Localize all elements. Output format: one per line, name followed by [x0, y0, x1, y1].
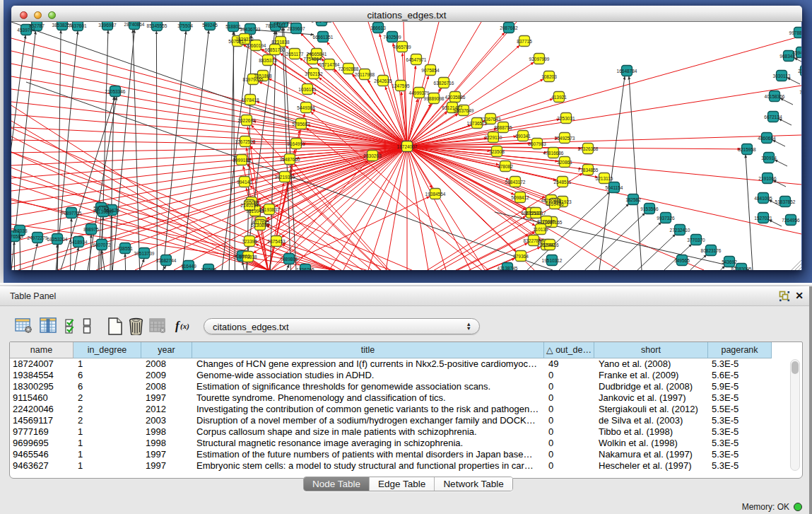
svg-text:9937326: 9937326 [657, 216, 675, 221]
svg-text:42138745: 42138745 [498, 266, 518, 271]
svg-text:20117988: 20117988 [355, 72, 375, 77]
svg-text:16648784: 16648784 [617, 69, 637, 74]
svg-text:2839607: 2839607 [287, 26, 305, 31]
svg-text:5130808: 5130808 [251, 223, 269, 228]
svg-text:9075854: 9075854 [421, 68, 440, 73]
svg-text:40158366: 40158366 [765, 94, 785, 99]
svg-text:1247595: 1247595 [392, 83, 410, 88]
svg-text:1036161: 1036161 [298, 87, 317, 92]
svg-text:679364: 679364 [513, 254, 529, 259]
svg-text:837715: 837715 [517, 39, 532, 44]
svg-text:2140194: 2140194 [240, 203, 259, 208]
svg-text:21053346: 21053346 [105, 89, 126, 94]
svg-text:378082: 378082 [498, 164, 513, 169]
svg-text:39436733: 39436733 [240, 27, 261, 32]
svg-text:7637601: 7637601 [69, 23, 87, 28]
svg-text:2651177: 2651177 [286, 52, 304, 57]
svg-text:8231838: 8231838 [271, 40, 290, 45]
svg-text:27232410: 27232410 [670, 228, 690, 233]
svg-text:3770370: 3770370 [687, 238, 705, 243]
svg-text:44999379: 44999379 [409, 90, 430, 95]
svg-text:3351868: 3351868 [254, 74, 272, 78]
svg-text:5098412: 5098412 [511, 195, 529, 200]
svg-text:7194416: 7194416 [541, 243, 559, 247]
svg-text:723398: 723398 [242, 239, 257, 244]
svg-text:323508: 323508 [489, 149, 505, 154]
svg-text:4965789: 4965789 [393, 45, 411, 49]
svg-text:1527021: 1527021 [754, 216, 772, 221]
svg-text:92097999: 92097999 [529, 57, 550, 62]
svg-text:110139: 110139 [533, 227, 548, 232]
svg-text:738551: 738551 [117, 246, 133, 251]
svg-text:5785687: 5785687 [292, 122, 310, 127]
svg-text:5449368: 5449368 [297, 105, 315, 110]
svg-text:5418934: 5418934 [69, 240, 88, 245]
svg-text:349565: 349565 [674, 258, 690, 263]
svg-text:68353204: 68353204 [47, 237, 68, 242]
svg-text:28740864: 28740864 [124, 22, 145, 27]
svg-text:19736572: 19736572 [467, 121, 488, 126]
svg-text:543692: 543692 [722, 259, 737, 264]
svg-text:2229110: 2229110 [485, 135, 502, 140]
svg-text:24665841: 24665841 [307, 52, 327, 57]
svg-text:238739: 238739 [798, 69, 801, 74]
svg-text:9164991: 9164991 [287, 141, 305, 146]
svg-text:85345555: 85345555 [147, 23, 167, 28]
svg-text:37326368: 37326368 [578, 146, 599, 151]
svg-text:898975: 898975 [83, 227, 99, 232]
svg-text:2548511: 2548511 [554, 180, 572, 185]
svg-text:66661351: 66661351 [313, 35, 334, 40]
svg-text:72092888: 72092888 [339, 66, 359, 71]
svg-text:8835373: 8835373 [259, 58, 277, 63]
svg-text:100599: 100599 [201, 267, 216, 271]
svg-text:63826716: 63826716 [434, 81, 454, 86]
svg-text:18724007: 18724007 [397, 144, 418, 149]
svg-text:35714784: 35714784 [319, 62, 340, 67]
svg-text:(x): (x) [180, 322, 189, 331]
svg-text:2022698: 2022698 [237, 118, 256, 123]
svg-text:9153566: 9153566 [640, 206, 659, 211]
svg-text:56843172: 56843172 [505, 180, 526, 185]
svg-text:47816686: 47816686 [543, 151, 564, 156]
svg-text:24972279: 24972279 [28, 235, 48, 240]
svg-text:7264956: 7264956 [782, 218, 800, 223]
svg-text:7829332: 7829332 [235, 37, 254, 42]
svg-text:70897765: 70897765 [61, 211, 82, 216]
svg-text:852787: 852787 [29, 23, 45, 28]
svg-text:549245: 549245 [202, 23, 218, 28]
svg-text:690341: 690341 [515, 134, 531, 139]
svg-text:6672134: 6672134 [764, 115, 782, 119]
svg-text:1059486: 1059486 [546, 201, 564, 206]
svg-text:413921: 413921 [551, 95, 567, 100]
svg-text:4078418: 4078418 [241, 98, 259, 103]
svg-text:2525206: 2525206 [273, 22, 292, 25]
svg-text:78139880: 78139880 [93, 209, 114, 214]
svg-text:31682744: 31682744 [156, 258, 177, 263]
svg-text:99889098: 99889098 [424, 96, 445, 101]
svg-text:5476583: 5476583 [11, 234, 23, 239]
svg-text:4539704: 4539704 [17, 28, 35, 33]
svg-text:7754864: 7754864 [303, 57, 322, 62]
svg-text:27558317: 27558317 [526, 211, 546, 216]
svg-text:42035886: 42035886 [445, 95, 466, 100]
svg-text:9770838: 9770838 [239, 255, 257, 259]
svg-text:8688755: 8688755 [494, 125, 512, 130]
svg-text:518801: 518801 [225, 24, 241, 29]
svg-text:19384554: 19384554 [425, 192, 446, 197]
svg-text:51837852: 51837852 [775, 199, 796, 204]
svg-text:64547971: 64547971 [406, 57, 427, 62]
svg-text:704201: 704201 [799, 90, 801, 95]
svg-text:6007072: 6007072 [93, 243, 111, 247]
svg-text:35487660: 35487660 [280, 157, 300, 162]
svg-text:2375453: 2375453 [267, 239, 286, 244]
svg-text:5041154: 5041154 [606, 185, 623, 190]
svg-text:3253031: 3253031 [557, 116, 575, 121]
svg-text:2642635: 2642635 [374, 78, 392, 83]
svg-text:39219319: 39219319 [275, 175, 295, 180]
svg-text:8215958: 8215958 [738, 147, 756, 152]
svg-text:7089806: 7089806 [280, 257, 298, 262]
svg-text:330914: 330914 [761, 156, 777, 160]
svg-text:3762152: 3762152 [305, 71, 323, 76]
svg-text:166613: 166613 [370, 25, 386, 30]
svg-text:7402509: 7402509 [383, 35, 401, 40]
